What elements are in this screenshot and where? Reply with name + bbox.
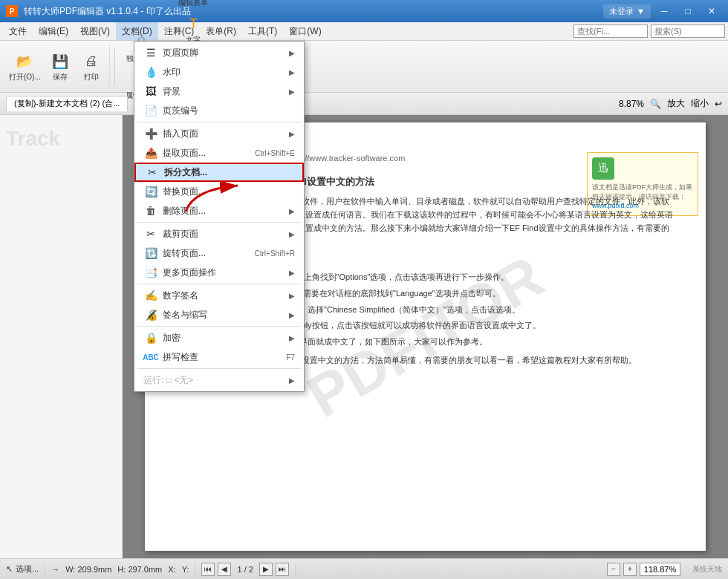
- watermark-label: 水印: [163, 66, 181, 79]
- menu-replace-page[interactable]: 🔄 替换页面...: [134, 182, 304, 201]
- search-area: [573, 24, 725, 38]
- background-icon: 🖼: [143, 84, 158, 99]
- height-label: H: 297.0mm: [117, 565, 162, 574]
- zoom-in-button[interactable]: +: [623, 563, 637, 576]
- menu-extract-page[interactable]: 📤 提取页面... Ctrl+Shift+E: [134, 143, 304, 163]
- menu-sign-seal[interactable]: 🔏 签名与缩写 ▶: [134, 305, 304, 324]
- watermark-icon: 💧: [143, 65, 158, 79]
- sign-seal-arrow: ▶: [289, 311, 295, 319]
- text-icon: T: [183, 14, 204, 35]
- edit-form-label: 编辑表单: [178, 0, 208, 8]
- last-page-button[interactable]: ⏭: [276, 563, 289, 576]
- menu-split-document[interactable]: ✂ 拆分文档...: [134, 163, 304, 182]
- menu-edit[interactable]: 编辑(E): [33, 22, 74, 40]
- background-arrow: ▶: [289, 88, 295, 96]
- main-area: Track PDFITOR 迅 该文档是迅读PDF大师生成，如果想去掉该提示，请…: [0, 115, 728, 558]
- menu-file[interactable]: 文件: [3, 22, 33, 40]
- maximize-button[interactable]: □: [677, 4, 698, 19]
- save-label: 保存: [53, 72, 68, 82]
- header-footer-arrow: ▶: [289, 49, 295, 57]
- menu-header-footer[interactable]: ☰ 页眉页脚 ▶: [134, 43, 304, 62]
- app-icon: P: [6, 5, 18, 17]
- insert-page-arrow: ▶: [289, 130, 295, 138]
- open-icon: 📂: [14, 51, 35, 72]
- rotate-page-label: 旋转页面...: [163, 247, 206, 260]
- menu-view[interactable]: 视图(V): [74, 22, 116, 40]
- header-footer-label: 页眉页脚: [163, 47, 198, 59]
- title-bar-controls: 未登录 ▼ ─ □ ✕: [603, 4, 722, 19]
- open-button[interactable]: 📂 打开(O)...: [6, 50, 44, 84]
- undo-icon[interactable]: ↩: [715, 99, 722, 109]
- status-sep-3: [295, 563, 296, 575]
- sep-3: [137, 284, 301, 284]
- menu-encrypt[interactable]: 🔒 加密 ▶: [134, 328, 304, 347]
- menu-page-number[interactable]: 📄 页茨编号: [134, 101, 304, 120]
- sidebar-track-text: Track: [6, 121, 116, 157]
- next-page-button[interactable]: ▶: [259, 563, 273, 576]
- run-arrow: ▶: [289, 376, 295, 385]
- more-pages-label: 更多页面操作: [163, 266, 216, 279]
- more-pages-arrow: ▶: [289, 269, 295, 277]
- dropdown-icon: ▼: [637, 7, 645, 16]
- print-icon: 🖨: [81, 51, 102, 72]
- watermark-logo: 系统天地: [692, 564, 722, 575]
- sep-5: [137, 368, 301, 369]
- login-text: 未登录: [609, 6, 634, 17]
- open-label: 打开(O)...: [9, 72, 41, 82]
- sep-2: [137, 222, 301, 223]
- minimize-button[interactable]: ─: [654, 4, 675, 19]
- menu-run: 运行: □ <无> ▶: [134, 370, 304, 390]
- select-arrow-icon: ↖: [6, 564, 13, 574]
- search-input[interactable]: [651, 24, 725, 38]
- menu-watermark[interactable]: 💧 水印 ▶: [134, 62, 304, 82]
- menu-digital-sign[interactable]: ✍ 数字签名 ▶: [134, 286, 304, 305]
- menu-delete-page[interactable]: 🗑 删除页面... ▶: [134, 201, 304, 220]
- sep-4: [137, 326, 301, 327]
- toolbar-file-group: 📂 打开(O)... 💾 保存 🖨 打印: [3, 45, 110, 89]
- delete-page-arrow: ▶: [289, 207, 295, 215]
- zoom-input[interactable]: [640, 563, 680, 576]
- select-tool-label[interactable]: 选项...: [16, 563, 39, 575]
- edit-form-button[interactable]: 📝 编辑表单: [175, 0, 211, 10]
- zoom-out-button[interactable]: −: [607, 563, 620, 576]
- background-label: 背景: [163, 85, 181, 98]
- find-input[interactable]: [573, 24, 648, 38]
- delete-page-icon: 🗑: [143, 203, 158, 218]
- zoom-percent: 8.87%: [619, 99, 644, 109]
- menu-window[interactable]: 窗口(W): [283, 22, 327, 40]
- menu-more-pages[interactable]: 📑 更多页面操作 ▶: [134, 263, 304, 282]
- prev-page-button[interactable]: ◀: [218, 563, 231, 576]
- menu-background[interactable]: 🖼 背景 ▶: [134, 82, 304, 101]
- menu-insert-page[interactable]: ➕ 插入页面 ▶: [134, 124, 304, 143]
- active-tab[interactable]: (复制)-新建文本文档 (2) (合...: [6, 96, 128, 111]
- menu-tools[interactable]: 工具(T): [242, 22, 283, 40]
- crop-page-label: 裁剪页面: [163, 228, 198, 241]
- extract-page-icon: 📤: [143, 145, 158, 160]
- print-button[interactable]: 🖨 打印: [77, 50, 106, 84]
- spell-check-shortcut: F7: [286, 353, 295, 362]
- toolbar-divider-1: [114, 48, 115, 85]
- zoom-controls: 8.87% 🔍 放大 缩小 ↩: [619, 97, 722, 110]
- menu-crop-page[interactable]: ✂ 裁剪页面 ▶: [134, 224, 304, 243]
- zoom-out-icon[interactable]: 🔍: [650, 99, 661, 109]
- arrow-nav-icon: →: [51, 565, 59, 574]
- close-button[interactable]: ✕: [701, 4, 722, 19]
- save-button[interactable]: 💾 保存: [45, 50, 75, 84]
- y-label: Y:: [182, 565, 189, 574]
- menu-rotate-page[interactable]: 🔃 旋转页面... Ctrl+Shift+R: [134, 243, 304, 263]
- save-icon: 💾: [50, 51, 71, 72]
- sidebar-content: Track: [0, 115, 122, 163]
- first-page-button[interactable]: ⏮: [201, 563, 215, 576]
- status-sep-2: [195, 563, 195, 575]
- toolbar-file-row1: 📂 打开(O)... 💾 保存 🖨 打印: [6, 50, 106, 84]
- header-footer-icon: ☰: [143, 45, 158, 60]
- watermark-arrow: ▶: [289, 68, 295, 76]
- login-button[interactable]: 未登录 ▼: [603, 4, 651, 19]
- menu-spell-check[interactable]: ABC 拼写检查 F7: [134, 347, 304, 367]
- width-label: W: 209.9mm: [65, 565, 111, 574]
- insert-page-icon: ➕: [143, 126, 158, 141]
- crop-page-icon: ✂: [143, 226, 158, 241]
- encrypt-icon: 🔒: [143, 330, 158, 345]
- split-doc-label: 拆分文档...: [164, 166, 207, 179]
- digital-sign-label: 数字签名: [163, 290, 198, 302]
